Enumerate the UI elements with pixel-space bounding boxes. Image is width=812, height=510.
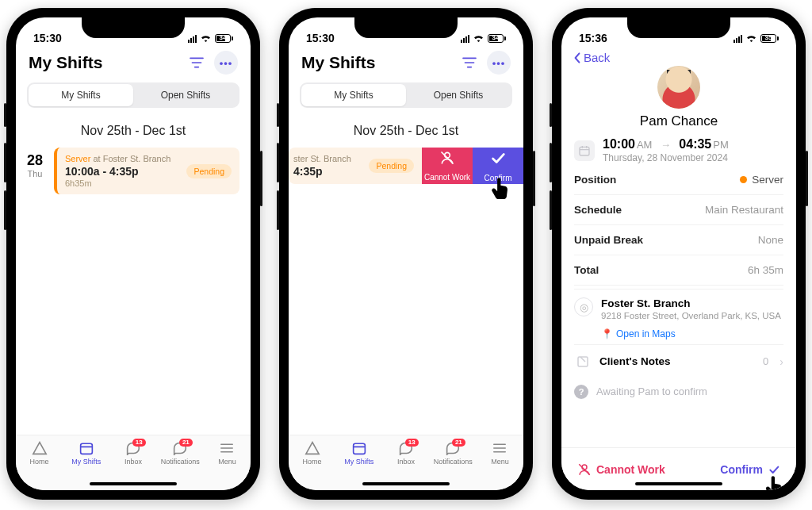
home-icon (31, 440, 48, 456)
status-badge: Pending (186, 164, 232, 178)
page-title: My Shifts (29, 53, 102, 72)
status-time: 15:30 (306, 32, 335, 44)
wifi-icon (473, 33, 485, 44)
day-column: 28 Thu (16, 148, 54, 194)
calendar-icon (350, 440, 368, 456)
shift-duration: 6h35m (65, 178, 186, 188)
shift-row-swiped: ster St. Branch 4:35p Pending Cannot Wor… (289, 148, 523, 184)
check-icon (489, 149, 507, 171)
tab-myshifts[interactable]: My Shifts (335, 440, 382, 466)
cannot-work-button[interactable]: Cannot Work (422, 148, 473, 184)
role-color-dot (740, 176, 747, 183)
tap-cursor-icon (490, 176, 509, 198)
more-icon[interactable]: ••• (214, 51, 238, 75)
page-header: My Shifts ••• (16, 46, 251, 78)
home-icon (304, 440, 321, 456)
person-name: Pam Chance (640, 113, 718, 129)
day-name: Thu (16, 169, 54, 178)
tab-notifications[interactable]: 21 Notifications (157, 440, 204, 466)
status-badge: Pending (369, 159, 414, 173)
shift-time: 4:35p (293, 165, 369, 178)
confirm-button[interactable]: Confirm (720, 463, 780, 476)
row-break: Unpaid Break None (574, 225, 783, 255)
row-schedule: Schedule Main Restaurant (574, 195, 783, 225)
row-position: Position Server (574, 165, 783, 195)
date-long: Thursday, 28 November 2024 (603, 152, 783, 163)
location-icon: ◎ (574, 297, 593, 316)
wifi-icon (745, 33, 757, 44)
wifi-icon (200, 33, 212, 44)
calendar-icon (574, 140, 595, 161)
svg-rect-3 (80, 443, 92, 454)
notch (627, 17, 730, 38)
segmented-control: My Shifts Open Shifts (27, 82, 239, 108)
tab-menu[interactable]: Menu (477, 440, 523, 466)
person-slash-icon (577, 462, 592, 477)
signal-icon (188, 35, 197, 43)
awaiting-row: ? Awaiting Pam to confirm (574, 378, 783, 402)
tab-notifications[interactable]: 21Notifications (430, 440, 477, 466)
page-header: My Shifts ••• (289, 46, 523, 78)
more-icon[interactable]: ••• (487, 51, 511, 75)
battery-icon: 34 (488, 34, 506, 43)
tab-open-shifts[interactable]: Open Shifts (133, 84, 238, 106)
signal-icon (461, 35, 469, 43)
inbox-badge: 13 (405, 439, 419, 447)
filter-icon[interactable] (458, 52, 481, 74)
tab-inbox[interactable]: 13 Inbox (109, 440, 156, 466)
notch (354, 17, 458, 38)
tab-inbox[interactable]: 13Inbox (382, 440, 429, 466)
confirm-button[interactable]: Confirm (473, 148, 523, 184)
tab-my-shifts[interactable]: My Shifts (29, 84, 133, 106)
home-indicator[interactable] (362, 482, 450, 485)
cannot-work-button[interactable]: Cannot Work (577, 462, 665, 477)
phone-frame-3: 15:36 35 Back Pam Chance 10:00AM (552, 8, 806, 500)
shift-role-line: Server at Foster St. Branch (65, 154, 186, 163)
tab-open-shifts[interactable]: Open Shifts (406, 84, 511, 106)
segmented-control: My Shifts Open Shifts (300, 82, 512, 108)
back-button[interactable]: Back (561, 46, 796, 66)
shift-card[interactable]: ster St. Branch 4:35p Pending (289, 148, 422, 184)
home-indicator[interactable] (90, 482, 177, 485)
date-range: Nov 25th - Dec 1st (16, 113, 251, 148)
home-indicator[interactable] (635, 482, 722, 485)
inbox-badge: 13 (132, 439, 146, 447)
menu-icon (491, 440, 508, 456)
location-block: ◎ Foster St. Branch 9218 Foster Street, … (574, 289, 783, 344)
filter-icon[interactable] (186, 52, 208, 74)
open-in-maps-link[interactable]: 📍 Open in Maps (601, 328, 783, 339)
info-icon: ? (574, 385, 588, 399)
tab-home[interactable]: Home (16, 440, 63, 466)
shift-role-line: ster St. Branch (293, 154, 369, 163)
chevron-left-icon (573, 52, 582, 64)
battery-icon: 34 (215, 34, 233, 43)
svg-rect-18 (580, 147, 589, 155)
tab-myshifts[interactable]: My Shifts (63, 440, 109, 466)
svg-rect-22 (578, 357, 588, 366)
notif-badge: 21 (179, 439, 193, 447)
phone-frame-2: 15:30 34 My Shifts ••• My Shifts Open Sh… (279, 8, 533, 500)
avatar (657, 66, 700, 109)
profile-header: Pam Chance (561, 66, 796, 136)
note-icon (574, 353, 592, 370)
notch (82, 17, 185, 38)
chevron-right-icon: › (779, 355, 783, 368)
person-slash-icon (439, 150, 455, 170)
status-time: 15:30 (33, 32, 62, 44)
notes-count: 0 (763, 355, 768, 367)
page-title: My Shifts (301, 53, 375, 72)
tab-my-shifts[interactable]: My Shifts (301, 84, 406, 106)
battery-icon: 35 (760, 34, 779, 43)
notif-badge: 21 (452, 439, 465, 447)
time-block: 10:00AM → 04:35PM Thursday, 28 November … (574, 136, 783, 165)
tab-home[interactable]: Home (289, 440, 335, 466)
tap-cursor-icon (764, 474, 783, 491)
date-range: Nov 25th - Dec 1st (289, 113, 523, 148)
tab-menu[interactable]: Menu (204, 440, 251, 466)
menu-icon (218, 440, 236, 456)
signal-icon (733, 35, 742, 43)
clients-notes-row[interactable]: Client's Notes 0 › (574, 344, 783, 378)
shift-card[interactable]: Server at Foster St. Branch 10:00a - 4:3… (54, 148, 239, 194)
status-time: 15:36 (579, 32, 607, 44)
svg-rect-13 (353, 443, 365, 454)
